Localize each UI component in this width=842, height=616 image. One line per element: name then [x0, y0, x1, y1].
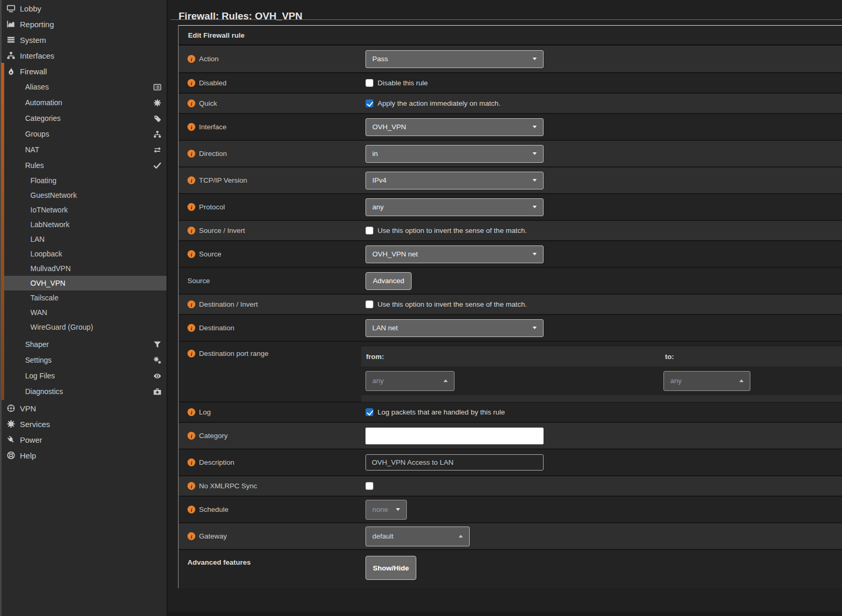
quick-checkbox[interactable]	[365, 99, 373, 107]
field-label: Interface	[199, 123, 227, 131]
no-xmlrpc-checkbox[interactable]	[365, 482, 373, 490]
info-icon[interactable]: i	[187, 123, 195, 131]
sidebar-item-wan[interactable]: WAN	[0, 305, 167, 320]
info-icon[interactable]: i	[187, 482, 195, 490]
source-select[interactable]: OVH_VPN net	[365, 245, 544, 263]
schedule-select[interactable]: none	[365, 500, 407, 520]
info-icon[interactable]: i	[187, 506, 195, 513]
field-label: Destination	[199, 324, 235, 332]
form-rows: iAction Pass iDisabled Disable this rule…	[179, 46, 842, 588]
sidebar-item-lan[interactable]: LAN	[0, 232, 167, 247]
sidebar-item-diagnostics[interactable]: Diagnostics	[0, 384, 167, 399]
field-label: Direction	[199, 150, 227, 158]
port-range-header: from: to:	[361, 346, 842, 366]
sidebar-item-label: MullvadVPN	[30, 264, 71, 273]
description-input[interactable]	[365, 454, 544, 471]
sidebar-item-aliases[interactable]: Aliases	[0, 79, 167, 95]
sidebar-item-firewall[interactable]: Firewall	[0, 63, 167, 79]
active-section-accent-bar	[1, 63, 4, 400]
chevron-down-icon	[533, 58, 537, 60]
info-icon[interactable]: i	[187, 350, 195, 357]
panel-heading: Edit Firewall rule	[179, 26, 842, 46]
sidebar-item-rules[interactable]: Rules	[0, 158, 167, 173]
source-invert-checkbox[interactable]	[365, 227, 373, 234]
log-checkbox[interactable]	[365, 408, 373, 416]
sidebar-item-system[interactable]: System	[0, 32, 167, 48]
info-icon[interactable]: i	[187, 532, 195, 540]
info-icon[interactable]: i	[187, 300, 195, 308]
protocol-select[interactable]: any	[365, 198, 544, 216]
sidebar-item-vpn[interactable]: VPN	[0, 400, 167, 416]
info-icon[interactable]: i	[187, 79, 195, 87]
sidebar-item-wireguard-group[interactable]: WireGuard (Group)	[0, 320, 167, 334]
info-icon[interactable]: i	[187, 432, 195, 440]
form-row-source-advanced: Source Advanced	[179, 267, 842, 294]
sidebar-item-mullvadvpn[interactable]: MullvadVPN	[0, 261, 167, 276]
field-label: Description	[199, 458, 235, 466]
field-label: Category	[199, 432, 228, 440]
info-icon[interactable]: i	[187, 408, 195, 416]
sidebar-item-nat[interactable]: NAT	[0, 142, 167, 158]
sidebar-item-shaper[interactable]: Shaper	[0, 337, 167, 352]
field-label: Destination / Invert	[199, 300, 258, 308]
sidebar-item-label: Aliases	[25, 83, 49, 91]
sidebar-item-log-files[interactable]: Log Files	[0, 368, 167, 384]
system-list-icon	[7, 36, 15, 44]
info-icon[interactable]: i	[187, 55, 195, 63]
sidebar-item-label: WireGuard (Group)	[30, 323, 93, 331]
tag-icon	[153, 115, 161, 122]
sidebar-nav: Lobby Reporting System Interfaces Firewa…	[0, 0, 167, 463]
destination-select[interactable]: LAN net	[365, 319, 544, 337]
disabled-checkbox[interactable]	[365, 79, 373, 87]
sidebar-item-settings[interactable]: Settings	[0, 352, 167, 368]
gear-icon	[7, 420, 15, 428]
interface-select-value: OVH_VPN	[372, 123, 406, 131]
info-icon[interactable]: i	[187, 176, 195, 184]
form-row-destination-port-range: iDestination port range from: to: any an…	[179, 341, 842, 401]
sidebar-item-label: NAT	[25, 145, 39, 154]
chevron-up-icon	[739, 379, 744, 382]
info-icon[interactable]: i	[187, 99, 195, 107]
info-icon[interactable]: i	[187, 324, 195, 332]
info-icon[interactable]: i	[187, 458, 195, 466]
sidebar-item-services[interactable]: Services	[0, 416, 167, 432]
form-row-source-invert: iSource / Invert Use this option to inve…	[179, 220, 842, 240]
sidebar-item-reporting[interactable]: Reporting	[0, 16, 167, 32]
sidebar-item-iotnetwork[interactable]: IoTNetwork	[0, 203, 167, 217]
category-input[interactable]	[365, 428, 544, 444]
sidebar-item-label: OVH_VPN	[30, 279, 65, 287]
info-icon[interactable]: i	[187, 227, 195, 234]
form-row-protocol: iProtocol any	[179, 193, 842, 220]
port-to-select[interactable]: any	[663, 371, 750, 391]
sidebar-item-help[interactable]: Help	[0, 447, 167, 463]
info-icon[interactable]: i	[187, 250, 195, 258]
sitemap-icon	[7, 51, 15, 60]
sidebar-item-categories[interactable]: Categories	[0, 110, 167, 126]
info-icon[interactable]: i	[187, 150, 195, 158]
direction-select[interactable]: in	[365, 145, 544, 163]
info-icon[interactable]: i	[187, 203, 195, 211]
sidebar-item-guestnetwork[interactable]: GuestNetwork	[0, 188, 167, 203]
sidebar-item-loopback[interactable]: Loopback	[0, 247, 167, 261]
sidebar-item-power[interactable]: Power	[0, 432, 167, 447]
source-advanced-button[interactable]: Advanced	[365, 272, 412, 290]
show-hide-button[interactable]: Show/Hide	[365, 556, 416, 580]
sidebar-item-labnetwork[interactable]: LabNetwork	[0, 217, 167, 232]
sidebar-item-groups[interactable]: Groups	[0, 126, 167, 142]
sidebar-item-label: Shaper	[25, 340, 49, 349]
sidebar-item-interfaces[interactable]: Interfaces	[0, 48, 167, 63]
sidebar-item-automation[interactable]: Automation	[0, 95, 167, 110]
main-content: Firewall: Rules: OVH_VPN Edit Firewall r…	[168, 0, 842, 616]
sidebar-item-tailscale[interactable]: Tailscale	[0, 290, 167, 305]
ipversion-select[interactable]: IPv4	[365, 172, 544, 189]
sidebar-item-ovh-vpn-selected[interactable]: OVH_VPN	[0, 276, 167, 290]
field-label: Action	[199, 55, 219, 63]
interface-select[interactable]: OVH_VPN	[365, 118, 544, 136]
action-select[interactable]: Pass	[365, 50, 544, 68]
port-from-select[interactable]: any	[365, 371, 455, 391]
gateway-select[interactable]: default	[365, 527, 470, 546]
sidebar-item-lobby[interactable]: Lobby	[0, 1, 167, 16]
destination-invert-checkbox[interactable]	[365, 300, 373, 308]
sidebar-item-floating[interactable]: Floating	[0, 173, 167, 188]
form-row-no-xmlrpc: iNo XMLRPC Sync	[179, 475, 842, 496]
